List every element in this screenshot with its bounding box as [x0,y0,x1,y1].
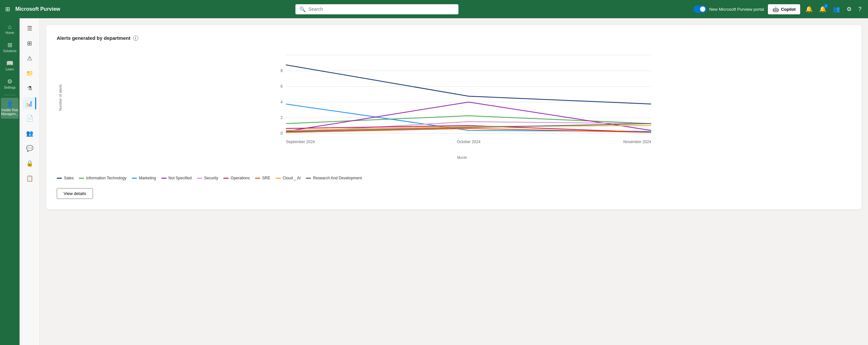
main-layout: ⌂ Home ⊞ Solutions 📖 Learn ⚙ Settings 👤 … [0,18,868,345]
search-input[interactable] [308,6,455,12]
learn-icon: 📖 [6,60,13,67]
chart-container: Number of alerts 0 2 4 6 8 Se [57,49,851,169]
legend-label-operations: Operations [230,176,250,180]
solutions-label: Solutions [3,49,16,53]
svg-text:8: 8 [280,68,283,73]
content-area: Alerts generated by department i Number … [40,18,868,345]
sidebar-item-insider-risk[interactable]: 👤 Insider Risk Managem... [1,98,19,119]
copilot-icon: 🤖 [772,6,779,12]
settings-icon[interactable]: ⚙ [845,4,853,14]
svg-text:September 2024: September 2024 [286,139,315,144]
legend-label-security: Security [204,176,218,180]
portal-toggle-label: New Microsoft Purview portal [709,7,764,12]
legend-label-not-specified: Not Specified [168,176,192,180]
portal-toggle[interactable] [693,5,707,13]
card-title-text: Alerts generated by department [57,35,130,41]
people-icon[interactable]: 👥 [832,4,841,14]
help-icon[interactable]: ? [857,5,863,14]
legend-label-marketing: Marketing [139,176,156,180]
primary-sidebar: ⌂ Home ⊞ Solutions 📖 Learn ⚙ Settings 👤 … [0,18,20,345]
home-icon: ⌂ [8,24,12,30]
copilot-button[interactable]: 🤖 Copilot [768,4,800,14]
chart-svg: 0 2 4 6 8 September 2024 October 2024 No… [73,49,851,153]
svg-text:2: 2 [280,116,283,120]
legend-color-sre [255,178,260,179]
sidebar-secondary-lock[interactable]: 🔒 [24,157,36,169]
insider-risk-icon: 👤 [6,100,13,107]
sidebar-secondary-folder[interactable]: 📁 [24,67,36,80]
legend-color-rd [306,178,311,179]
chart-legend: Sales Information Technology Marketing N… [57,176,851,180]
solutions-icon: ⊞ [7,41,12,49]
insider-risk-label: Insider Risk Managem... [1,108,19,116]
sidebar-item-home[interactable]: ⌂ Home [1,21,19,37]
legend-color-it [79,178,84,179]
legend-label-sales: Sales [64,176,74,180]
legend-label-rd: Research And Development [313,176,362,180]
legend-operations: Operations [223,176,250,180]
home-label: Home [5,31,14,35]
settings-nav-label: Settings [4,86,16,90]
legend-color-not-specified [161,178,166,179]
view-details-button[interactable]: View details [57,188,93,199]
sidebar-secondary-table[interactable]: ⊞ [25,37,35,50]
legend-color-sales [57,178,62,179]
sidebar-item-learn[interactable]: 📖 Learn [1,57,19,74]
legend-sales: Sales [57,176,74,180]
legend-cloud-ai: Cloud _ AI [276,176,301,180]
legend-not-specified: Not Specified [161,176,192,180]
copilot-label: Copilot [781,7,796,12]
topnav-right: New Microsoft Purview portal 🤖 Copilot 🔔… [693,4,863,14]
legend-color-marketing [132,178,137,179]
sidebar-secondary-filter[interactable]: ⚗ [25,82,35,95]
portal-toggle-container: New Microsoft Purview portal [693,5,764,13]
grid-icon[interactable]: ⊞ [5,5,10,13]
info-icon[interactable]: i [133,35,138,41]
legend-it: Information Technology [79,176,126,180]
sidebar-divider [4,95,16,95]
legend-label-it: Information Technology [86,176,126,180]
learn-label: Learn [5,67,14,71]
legend-label-cloud-ai: Cloud _ AI [283,176,301,180]
alert-bell[interactable]: 🔔 1 [818,4,828,14]
svg-text:4: 4 [280,100,283,104]
svg-text:6: 6 [280,84,283,89]
chart-y-label: Number of alerts [58,85,62,111]
legend-security: Security [197,176,218,180]
legend-color-security [197,178,202,179]
legend-rd: Research And Development [306,176,362,180]
notification-badge: 1 [824,4,828,8]
svg-text:October 2024: October 2024 [457,139,480,144]
sidebar-secondary-file[interactable]: 📋 [24,172,36,185]
legend-marketing: Marketing [132,176,156,180]
sidebar-secondary-alert[interactable]: ⚠ [25,52,35,65]
notification-bell[interactable]: 🔔 [804,4,814,14]
svg-text:November 2024: November 2024 [623,139,651,144]
sidebar-item-solutions[interactable]: ⊞ Solutions [1,39,19,56]
legend-color-cloud-ai [276,178,281,179]
secondary-sidebar: ☰ ⊞ ⚠ 📁 ⚗ 📊 📄 👥 💬 🔒 📋 [20,18,40,345]
legend-label-sre: SRE [262,176,270,180]
settings-nav-icon: ⚙ [7,78,12,85]
legend-sre: SRE [255,176,270,180]
app-title: Microsoft Purview [15,6,60,12]
sidebar-secondary-chart[interactable]: 📊 [23,97,36,109]
alerts-card: Alerts generated by department i Number … [46,25,862,209]
sidebar-item-settings[interactable]: ⚙ Settings [1,75,19,92]
sidebar-secondary-doc[interactable]: 📄 [24,112,36,125]
top-navigation: ⊞ Microsoft Purview 🔍 New Microsoft Purv… [0,0,868,18]
search-icon: 🔍 [299,6,306,12]
chart-x-label: Month [73,156,851,159]
sidebar-secondary-chat[interactable]: 💬 [24,142,36,155]
card-title: Alerts generated by department i [57,35,851,41]
search-bar[interactable]: 🔍 [296,4,459,14]
svg-text:0: 0 [280,131,283,136]
sidebar-secondary-people[interactable]: 👥 [24,127,36,139]
sidebar-secondary-menu[interactable]: ☰ [25,22,35,35]
legend-color-operations [223,178,228,179]
